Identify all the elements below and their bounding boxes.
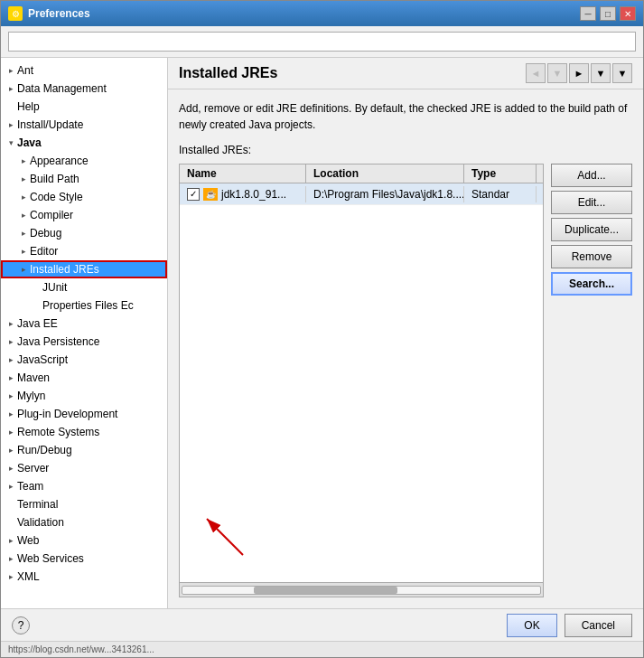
sidebar-item-remote-systems[interactable]: ▸Remote Systems <box>1 423 167 441</box>
table-wrapper: Name Location Type ✓ ☕ jdk1 <box>179 164 544 597</box>
table-scrollbar[interactable] <box>180 582 543 597</box>
sidebar-item-mylyn[interactable]: ▸Mylyn <box>1 387 167 405</box>
status-text: https://blog.csdn.net/ww...3413261... <box>8 644 154 654</box>
sidebar-label-build-path: Build Path <box>30 173 79 185</box>
right-panel: Installed JREs ◄ ▼ ► ▼ ▼ Add, remove or … <box>168 58 643 608</box>
sidebar-item-plugin-dev[interactable]: ▸Plug-in Development <box>1 405 167 423</box>
sidebar-item-validation[interactable]: Validation <box>1 513 167 531</box>
tree-arrow-editor: ▸ <box>17 245 30 258</box>
sidebar-item-web-services[interactable]: ▸Web Services <box>1 550 167 568</box>
sidebar-item-build-path[interactable]: ▸Build Path <box>1 170 167 188</box>
sidebar-item-ant[interactable]: ▸Ant <box>1 61 167 80</box>
tree-arrow-build-path: ▸ <box>17 173 30 185</box>
nav-forward-button[interactable]: ► <box>569 63 589 83</box>
jre-type: Standar <box>471 188 509 201</box>
sidebar-label-compiler: Compiler <box>30 209 73 221</box>
sidebar-item-properties-files[interactable]: Properties Files Ec <box>1 296 167 315</box>
sidebar-label-maven: Maven <box>17 371 50 384</box>
main-content: ▸Ant▸Data ManagementHelp▸Install/Update▾… <box>1 58 643 608</box>
sidebar-item-run-debug[interactable]: ▸Run/Debug <box>1 441 167 459</box>
panel-header: Installed JREs ◄ ▼ ► ▼ ▼ <box>168 58 643 89</box>
tree-arrow-web-services: ▸ <box>5 552 17 565</box>
sidebar-item-terminal[interactable]: Terminal <box>1 495 167 513</box>
sidebar-item-team[interactable]: ▸Team <box>1 477 167 495</box>
tree-arrow-help <box>5 100 17 113</box>
preferences-window: ⚙ Preferences ─ □ ✕ ▸Ant▸Data Management… <box>0 0 644 658</box>
tree-arrow-xml: ▸ <box>5 570 17 583</box>
nav-forward-dropdown-button[interactable]: ▼ <box>591 63 611 83</box>
sidebar-label-validation: Validation <box>17 516 64 529</box>
sidebar-label-mylyn: Mylyn <box>17 390 45 402</box>
sidebar-item-debug[interactable]: ▸Debug <box>1 224 167 242</box>
sidebar: ▸Ant▸Data ManagementHelp▸Install/Update▾… <box>1 58 168 608</box>
sidebar-label-installed-jres: Installed JREs <box>30 263 99 276</box>
sidebar-label-junit: JUnit <box>42 281 67 294</box>
sidebar-item-java-ee[interactable]: ▸Java EE <box>1 315 167 333</box>
tree-arrow-server: ▸ <box>5 462 17 475</box>
sidebar-item-editor[interactable]: ▸Editor <box>1 242 167 260</box>
tree-arrow-mylyn: ▸ <box>5 390 17 402</box>
red-arrow-annotation <box>189 510 261 564</box>
bottom-buttons: OK Cancel <box>507 614 632 637</box>
sidebar-label-javascript: JavaScript <box>17 353 68 366</box>
sidebar-item-web[interactable]: ▸Web <box>1 531 167 550</box>
cancel-button[interactable]: Cancel <box>565 614 632 637</box>
search-button[interactable]: Search... <box>551 272 632 296</box>
add-button[interactable]: Add... <box>551 164 632 187</box>
tree-arrow-ant: ▸ <box>5 64 17 77</box>
ok-button[interactable]: OK <box>507 614 556 637</box>
window-icon: ⚙ <box>8 6 23 21</box>
tree-arrow-plugin-dev: ▸ <box>5 408 17 420</box>
sidebar-label-editor: Editor <box>30 245 58 258</box>
nav-menu-button[interactable]: ▼ <box>612 63 632 83</box>
sidebar-item-java-persistence[interactable]: ▸Java Persistence <box>1 333 167 351</box>
sidebar-item-xml[interactable]: ▸XML <box>1 568 167 586</box>
sidebar-item-javascript[interactable]: ▸JavaScript <box>1 351 167 369</box>
sidebar-item-server[interactable]: ▸Server <box>1 459 167 477</box>
sidebar-label-ant: Ant <box>17 64 33 77</box>
sidebar-label-server: Server <box>17 462 49 475</box>
status-bar: https://blog.csdn.net/ww...3413261... <box>1 641 643 657</box>
jre-checkbox[interactable]: ✓ <box>187 188 200 201</box>
search-input[interactable] <box>8 32 636 52</box>
sidebar-item-maven[interactable]: ▸Maven <box>1 369 167 387</box>
minimize-button[interactable]: ─ <box>580 6 596 21</box>
sidebar-label-java-ee: Java EE <box>17 317 58 330</box>
tree-arrow-java-ee: ▸ <box>5 317 17 330</box>
tree-arrow-web: ▸ <box>5 534 17 547</box>
nav-back-button[interactable]: ◄ <box>526 63 546 83</box>
nav-dropdown-button[interactable]: ▼ <box>547 63 567 83</box>
edit-button[interactable]: Edit... <box>551 191 632 214</box>
bottom-bar: ? OK Cancel <box>1 608 643 641</box>
table-body: ✓ ☕ jdk1.8.0_91... D:\Program Files\Java… <box>180 183 543 510</box>
sidebar-item-installed-jres[interactable]: ▸Installed JREs <box>1 260 167 278</box>
close-button[interactable]: ✕ <box>620 6 636 21</box>
sidebar-item-junit[interactable]: JUnit <box>1 278 167 296</box>
sidebar-item-code-style[interactable]: ▸Code Style <box>1 188 167 206</box>
sidebar-item-install-update[interactable]: ▸Install/Update <box>1 116 167 134</box>
help-button[interactable]: ? <box>12 616 30 634</box>
sidebar-label-plugin-dev: Plug-in Development <box>17 408 117 420</box>
sidebar-label-code-style: Code Style <box>30 191 83 203</box>
sidebar-label-run-debug: Run/Debug <box>17 444 72 456</box>
sidebar-label-xml: XML <box>17 570 40 583</box>
jre-icon: ☕ <box>203 188 218 201</box>
sidebar-label-remote-systems: Remote Systems <box>17 426 99 438</box>
duplicate-button[interactable]: Duplicate... <box>551 218 632 241</box>
remove-button[interactable]: Remove <box>551 245 632 268</box>
right-buttons: Add... Edit... Duplicate... Remove Searc… <box>544 164 632 296</box>
jre-name: jdk1.8.0_91... <box>221 188 286 201</box>
tree-arrow-appearance: ▸ <box>17 155 30 167</box>
table-row[interactable]: ✓ ☕ jdk1.8.0_91... D:\Program Files\Java… <box>180 183 543 205</box>
sidebar-item-appearance[interactable]: ▸Appearance <box>1 152 167 170</box>
tree-arrow-javascript: ▸ <box>5 353 17 366</box>
maximize-button[interactable]: □ <box>600 6 616 21</box>
titlebar-controls: ─ □ ✕ <box>580 6 636 21</box>
table-area: Name Location Type ✓ ☕ jdk1 <box>179 164 632 597</box>
titlebar-left: ⚙ Preferences <box>8 6 90 21</box>
sidebar-item-java[interactable]: ▾Java <box>1 134 167 152</box>
sidebar-label-appearance: Appearance <box>30 155 89 167</box>
sidebar-item-help[interactable]: Help <box>1 98 167 116</box>
sidebar-item-compiler[interactable]: ▸Compiler <box>1 206 167 224</box>
sidebar-item-data-management[interactable]: ▸Data Management <box>1 80 167 98</box>
